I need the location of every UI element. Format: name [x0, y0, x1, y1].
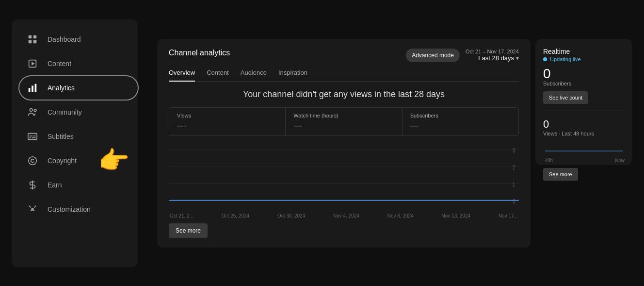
- chart-x-labels: Oct 21, 2... Oct 26, 2024 Oct 30, 2024 N…: [169, 213, 519, 219]
- realtime-chart-svg: [543, 141, 625, 156]
- sidebar-item-dashboard[interactable]: Dashboard: [16, 28, 134, 50]
- community-icon: [27, 107, 38, 118]
- tab-inspiration[interactable]: Inspiration: [278, 69, 307, 81]
- x-label-5: Nov 8, 2024: [387, 213, 414, 219]
- sidebar-item-subtitles[interactable]: Subtitles: [16, 125, 134, 148]
- realtime-chart-section: -48h Now: [543, 141, 625, 163]
- sidebar-label-analytics: Analytics: [48, 84, 75, 92]
- realtime-title: Realtime: [543, 48, 625, 55]
- x-label-4: Nov 4, 2024: [333, 213, 359, 219]
- chevron-down-icon: ▾: [516, 55, 519, 62]
- realtime-views-label: Views · Last 48 hours: [543, 131, 625, 136]
- arrow-pointer: 👈: [99, 146, 130, 175]
- chart-area: 3 2 1 0: [169, 142, 519, 211]
- svg-rect-2: [29, 40, 32, 43]
- panel-title: Channel analytics: [169, 49, 230, 57]
- x-label-2: Oct 26, 2024: [222, 213, 249, 219]
- svg-marker-5: [32, 62, 34, 65]
- sidebar-label-dashboard: Dashboard: [48, 35, 81, 43]
- stat-subscribers: Subscribers —: [402, 108, 518, 135]
- live-text: Updating live: [550, 56, 581, 62]
- subtitles-icon: [27, 131, 38, 142]
- time-from-label: -48h: [543, 158, 553, 163]
- sidebar-item-earn[interactable]: Earn: [16, 174, 134, 196]
- tab-overview[interactable]: Overview: [169, 69, 195, 81]
- time-to-label: Now: [615, 158, 625, 163]
- dashboard-icon: [27, 34, 38, 45]
- svg-point-10: [34, 109, 36, 112]
- see-more-button[interactable]: See more: [169, 223, 208, 238]
- realtime-subscribers-section: 0 Subscribers: [543, 67, 625, 86]
- analytics-tabs: Overview Content Audience Inspiration: [169, 69, 519, 82]
- stat-subs-value: —: [410, 120, 511, 131]
- realtime-see-more-button[interactable]: See more: [543, 168, 578, 181]
- svg-rect-1: [33, 35, 36, 38]
- stat-watch-time: Watch time (hours) —: [286, 108, 402, 135]
- svg-rect-7: [32, 85, 33, 92]
- date-range-label: Oct 21 – Nov 17, 2024: [466, 49, 519, 54]
- copyright-icon: [27, 155, 38, 166]
- stat-watch-label: Watch time (hours): [293, 113, 394, 118]
- chart-empty-message: Your channel didn't get any views in the…: [169, 89, 519, 100]
- svg-rect-8: [35, 84, 37, 92]
- svg-point-9: [30, 108, 33, 111]
- svg-text:0: 0: [513, 198, 515, 204]
- tab-content[interactable]: Content: [207, 69, 229, 81]
- divider: [543, 111, 625, 111]
- sidebar-item-community[interactable]: Community: [16, 101, 134, 123]
- svg-point-16: [29, 156, 37, 165]
- sidebar-label-content: Content: [48, 60, 71, 67]
- sidebar: Dashboard Content Analytics Community Su…: [12, 19, 138, 267]
- chart-svg: 3 2 1 0: [169, 142, 519, 211]
- sidebar-label-community: Community: [48, 108, 82, 116]
- svg-text:1: 1: [513, 181, 515, 187]
- svg-rect-6: [29, 88, 31, 92]
- realtime-views-section: 0 Views · Last 48 hours: [543, 118, 625, 136]
- x-label-6: Nov 13, 2024: [442, 213, 471, 219]
- sidebar-label-customization: Customization: [48, 205, 91, 213]
- realtime-views-count: 0: [543, 118, 625, 131]
- stat-views: Views —: [169, 108, 286, 135]
- sidebar-label-earn: Earn: [48, 181, 62, 189]
- sidebar-item-content[interactable]: Content: [16, 52, 134, 75]
- svg-rect-0: [29, 35, 32, 38]
- svg-rect-3: [33, 40, 36, 43]
- stat-views-label: Views: [177, 113, 277, 118]
- date-range-picker[interactable]: Oct 21 – Nov 17, 2024 Last 28 days ▾: [466, 49, 519, 62]
- realtime-subscribers-count: 0: [543, 67, 625, 81]
- svg-text:3: 3: [513, 147, 515, 153]
- x-label-7: Nov 17...: [499, 213, 518, 219]
- tab-audience[interactable]: Audience: [241, 69, 267, 81]
- earn-icon: [27, 180, 38, 190]
- stat-views-value: —: [177, 120, 277, 131]
- content-icon: [27, 58, 38, 69]
- stat-subs-label: Subscribers: [410, 113, 511, 118]
- analytics-icon: [27, 83, 38, 93]
- svg-rect-11: [28, 133, 37, 139]
- live-dot-icon: [543, 57, 547, 61]
- advanced-mode-button[interactable]: Advanced mode: [406, 49, 460, 62]
- x-label-3: Oct 30, 2024: [277, 213, 305, 219]
- time-range-labels: -48h Now: [543, 158, 625, 163]
- sidebar-item-analytics[interactable]: Analytics: [16, 77, 134, 99]
- customization-icon: [27, 204, 38, 215]
- sidebar-label-subtitles: Subtitles: [48, 133, 74, 140]
- stat-watch-value: —: [293, 120, 394, 131]
- date-range-period: Last 28 days ▾: [478, 54, 519, 62]
- see-live-count-button[interactable]: See live count: [543, 91, 588, 104]
- realtime-panel: Realtime Updating live 0 Subscribers See…: [535, 39, 632, 165]
- x-label-1: Oct 21, 2...: [170, 213, 193, 219]
- realtime-subscribers-label: Subscribers: [543, 81, 625, 86]
- main-analytics-panel: Channel analytics Advanced mode Oct 21 –…: [157, 39, 531, 248]
- svg-text:2: 2: [513, 164, 515, 170]
- stats-row: Views — Watch time (hours) — Subscribers…: [169, 107, 519, 136]
- sidebar-label-copyright: Copyright: [48, 157, 77, 165]
- sidebar-item-customization[interactable]: Customization: [16, 198, 134, 220]
